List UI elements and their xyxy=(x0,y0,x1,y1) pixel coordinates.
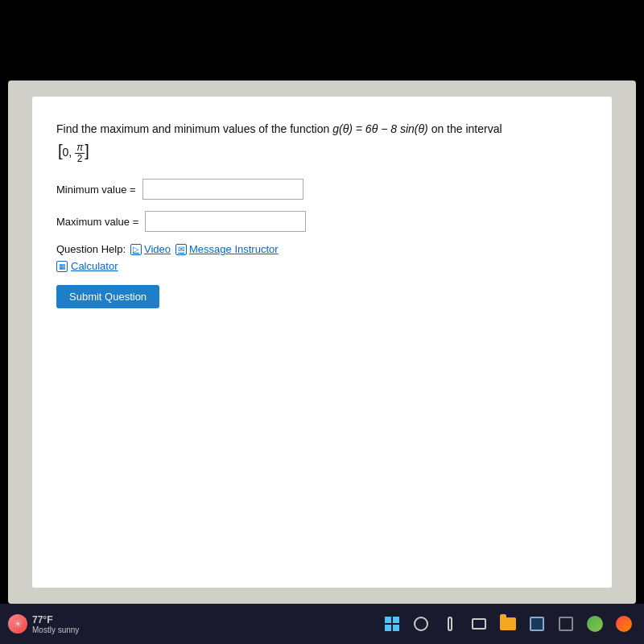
red-circle-button[interactable] xyxy=(612,612,636,636)
message-label: Message Instructor xyxy=(189,243,279,255)
question-text-after: on the interval xyxy=(431,122,502,135)
submit-label: Submit Question xyxy=(69,291,147,303)
question-text-before: Find the maximum and minimum values of t… xyxy=(56,122,332,135)
task-view-button[interactable] xyxy=(438,612,462,636)
search-icon xyxy=(414,617,428,631)
content-area: Find the maximum and minimum values of t… xyxy=(32,97,612,588)
camera-button[interactable] xyxy=(467,612,491,636)
submit-question-button[interactable]: Submit Question xyxy=(56,285,159,308)
help-label: Question Help: xyxy=(56,243,126,255)
task-view-icon xyxy=(448,617,452,631)
question-function: g(θ) = 6θ − 8 sin(θ) xyxy=(332,122,428,135)
video-label: Video xyxy=(144,243,171,255)
camera-icon xyxy=(472,618,486,630)
calculator-row: ▦ Calculator xyxy=(56,260,588,272)
red-circle-icon xyxy=(616,616,632,632)
video-link[interactable]: ▷ Video xyxy=(130,243,171,255)
globe-button[interactable] xyxy=(583,612,607,636)
maximum-label: Maximum value = xyxy=(56,216,138,228)
weather-condition: Mostly sunny xyxy=(32,625,79,634)
folder-icon xyxy=(500,617,516,630)
help-row: Question Help: ▷ Video ✉ Message Instruc… xyxy=(56,243,588,255)
windows-logo-icon xyxy=(385,617,399,631)
taskbar: ☀ 77°F Mostly sunny xyxy=(0,604,644,644)
minimum-row: Minimum value = xyxy=(56,179,588,200)
weather-widget: ☀ 77°F Mostly sunny xyxy=(8,614,79,634)
edge-button[interactable] xyxy=(554,612,578,636)
taskbar-icons xyxy=(380,612,636,636)
mail-icon: ✉ xyxy=(175,244,187,255)
maximum-row: Maximum value = xyxy=(56,211,588,232)
weather-icon: ☀ xyxy=(8,614,27,634)
weather-text: 77°F Mostly sunny xyxy=(32,614,79,634)
maximum-input[interactable] xyxy=(145,211,306,232)
folder-button[interactable] xyxy=(496,612,520,636)
blue-square-icon xyxy=(530,617,544,631)
calculator-icon: ▦ xyxy=(56,261,68,272)
blue-square-button[interactable] xyxy=(525,612,549,636)
search-button[interactable] xyxy=(409,612,433,636)
question-text: Find the maximum and minimum values of t… xyxy=(56,121,588,138)
message-instructor-link[interactable]: ✉ Message Instructor xyxy=(175,243,279,255)
calculator-link[interactable]: Calculator xyxy=(71,260,118,272)
weather-temp: 77°F xyxy=(32,614,79,625)
globe-icon xyxy=(587,616,603,632)
windows-start-button[interactable] xyxy=(380,612,404,636)
interval: [0, π2] xyxy=(58,142,89,164)
minimum-input[interactable] xyxy=(142,179,303,200)
edge-icon xyxy=(559,617,573,631)
minimum-label: Minimum value = xyxy=(56,184,136,196)
screen: Find the maximum and minimum values of t… xyxy=(8,80,636,604)
video-icon: ▷ xyxy=(130,244,142,255)
